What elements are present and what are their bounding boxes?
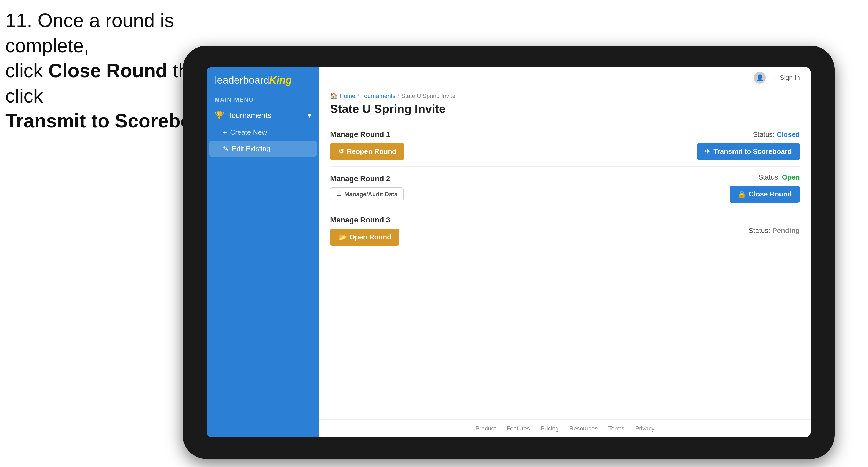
round-3-right: Status: Pending [749, 226, 800, 235]
round-3-status-value: Pending [772, 226, 800, 235]
breadcrumb: 🏠 Home / Tournaments / State U Spring In… [319, 89, 811, 100]
trophy-icon: 🏆 [215, 111, 224, 120]
round-2-section: Manage Round 2 ☰ Manage/Audit Data Statu… [330, 167, 800, 209]
breadcrumb-current: State U Spring Invite [401, 93, 456, 100]
user-icon: 👤 [756, 74, 764, 81]
footer: Product Features Pricing Resources Terms… [319, 419, 811, 437]
reopen-icon: ↺ [338, 147, 344, 156]
transmit-icon: ✈ [705, 147, 711, 156]
footer-link-features[interactable]: Features [506, 425, 530, 432]
sidebar-sub-items: + Create New ✎ Edit Existing [207, 125, 319, 160]
breadcrumb-home[interactable]: Home [340, 93, 355, 100]
transmit-to-scoreboard-button[interactable]: ✈ Transmit to Scoreboard [697, 143, 800, 160]
page-title: State U Spring Invite [319, 100, 811, 121]
sign-in-icon: → [770, 74, 776, 82]
sidebar-item-create-new[interactable]: + Create New [207, 125, 319, 141]
main-content: 👤 → Sign In 🏠 Home / Tournaments / State… [319, 67, 811, 437]
round-2-left: Manage Round 2 ☰ Manage/Audit Data [330, 175, 404, 201]
footer-link-pricing[interactable]: Pricing [540, 425, 559, 432]
breadcrumb-tournaments[interactable]: Tournaments [361, 93, 395, 100]
round-3-status: Status: Pending [749, 226, 800, 235]
menu-label: MAIN MENU [207, 91, 319, 106]
plus-icon: + [223, 128, 227, 136]
logo-area: leaderboardKing [207, 67, 319, 91]
audit-icon: ☰ [336, 191, 342, 198]
logo-leaderboard: leaderboard [215, 74, 269, 86]
round-1-title: Manage Round 1 [330, 130, 404, 139]
round-1-status-value: Closed [776, 130, 800, 138]
logo-king: King [269, 74, 292, 86]
sidebar-item-tournaments[interactable]: 🏆 Tournaments ▾ [207, 106, 319, 125]
round-1-status: Status: Closed [753, 130, 800, 139]
open-icon: 📂 [338, 233, 347, 241]
sidebar-item-edit-existing[interactable]: ✎ Edit Existing [209, 141, 317, 157]
footer-link-terms[interactable]: Terms [609, 425, 625, 432]
round-1-right: Status: Closed ✈ Transmit to Scoreboard [697, 130, 800, 160]
content-body: Manage Round 1 ↺ Reopen Round Status: Cl… [319, 121, 811, 419]
footer-link-resources[interactable]: Resources [569, 425, 597, 432]
footer-link-privacy[interactable]: Privacy [635, 425, 654, 432]
round-1-left: Manage Round 1 ↺ Reopen Round [330, 130, 404, 160]
tablet-screen: leaderboardKing MAIN MENU 🏆 Tournaments … [207, 67, 811, 437]
close-round-button[interactable]: 🔒 Close Round [730, 186, 800, 203]
reopen-round-button[interactable]: ↺ Reopen Round [330, 143, 404, 160]
round-2-status: Status: Open [758, 173, 800, 181]
round-3-title: Manage Round 3 [330, 216, 399, 224]
round-3-section: Manage Round 3 📂 Open Round Status: Pend… [330, 209, 800, 252]
app-logo: leaderboardKing [215, 75, 311, 85]
round-1-section: Manage Round 1 ↺ Reopen Round Status: Cl… [330, 124, 800, 167]
sidebar: leaderboardKing MAIN MENU 🏆 Tournaments … [207, 67, 319, 437]
sign-in-area: 👤 → Sign In [754, 72, 800, 84]
chevron-down-icon: ▾ [308, 111, 311, 120]
tournaments-label: Tournaments [228, 111, 271, 120]
round-3-left: Manage Round 3 📂 Open Round [330, 216, 399, 246]
edit-icon: ✎ [223, 145, 229, 153]
top-nav: 👤 → Sign In [319, 67, 811, 89]
avatar: 👤 [754, 72, 766, 84]
round-2-status-value: Open [782, 173, 800, 181]
sign-in-label[interactable]: Sign In [780, 74, 800, 82]
round-2-title: Manage Round 2 [330, 175, 404, 183]
footer-link-product[interactable]: Product [475, 425, 496, 432]
home-icon: 🏠 [330, 93, 337, 100]
round-2-right: Status: Open 🔒 Close Round [730, 173, 800, 203]
tablet-device: leaderboardKing MAIN MENU 🏆 Tournaments … [183, 45, 835, 459]
open-round-button[interactable]: 📂 Open Round [330, 229, 399, 246]
lock-icon: 🔒 [738, 190, 746, 198]
manage-audit-data-button[interactable]: ☰ Manage/Audit Data [330, 187, 404, 201]
